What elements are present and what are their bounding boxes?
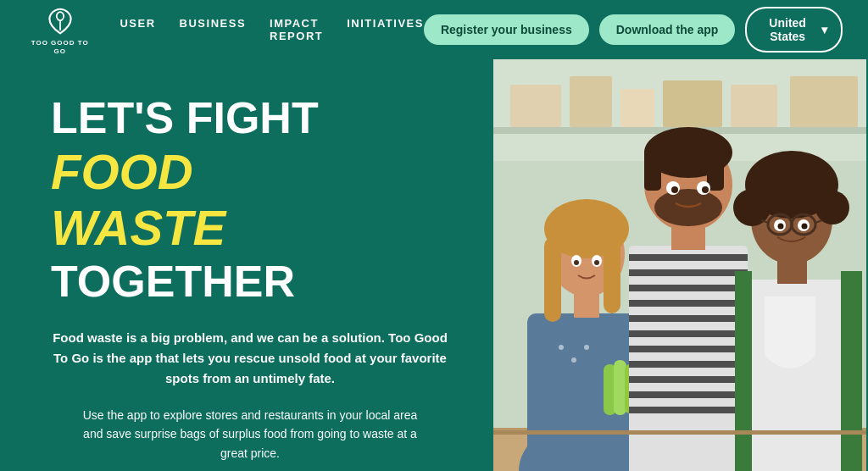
svg-rect-41 bbox=[629, 330, 748, 337]
main-content: LET'S FIGHT food waste TOGETHER Food was… bbox=[0, 59, 868, 471]
chevron-down-icon: ▾ bbox=[821, 23, 827, 36]
svg-point-30 bbox=[594, 260, 599, 265]
svg-rect-45 bbox=[629, 391, 748, 398]
nav-link-impact-report[interactable]: IMPACT REPORT bbox=[270, 17, 323, 42]
svg-rect-6 bbox=[663, 80, 722, 127]
hero-title-white-1: LET'S FIGHT bbox=[51, 93, 319, 142]
svg-point-67 bbox=[775, 165, 809, 199]
nav-actions: Register your business Download the app … bbox=[424, 7, 843, 53]
hero-title: LET'S FIGHT food waste TOGETHER bbox=[51, 93, 449, 308]
svg-rect-43 bbox=[629, 361, 748, 368]
navbar: TOO GOOD TO GO USER BUSINESS IMPACT REPO… bbox=[0, 0, 868, 59]
svg-rect-38 bbox=[629, 285, 748, 291]
svg-rect-58 bbox=[735, 271, 752, 471]
hero-panel: LET'S FIGHT food waste TOGETHER Food was… bbox=[0, 59, 492, 471]
svg-rect-4 bbox=[570, 76, 612, 127]
svg-point-55 bbox=[671, 186, 678, 193]
svg-rect-44 bbox=[629, 376, 748, 383]
svg-point-19 bbox=[559, 345, 564, 350]
download-app-button[interactable]: Download the app bbox=[599, 14, 736, 45]
svg-rect-36 bbox=[629, 254, 748, 261]
svg-point-75 bbox=[778, 224, 784, 230]
svg-rect-50 bbox=[644, 148, 661, 191]
nav-link-initiatives[interactable]: INITIATIVES bbox=[347, 17, 424, 42]
svg-point-66 bbox=[804, 175, 835, 206]
hero-image-panel bbox=[492, 59, 868, 471]
svg-rect-46 bbox=[629, 407, 748, 413]
svg-rect-35 bbox=[629, 246, 748, 471]
nav-link-business[interactable]: BUSINESS bbox=[180, 17, 246, 42]
hero-title-yellow-2: waste bbox=[51, 200, 225, 255]
svg-point-76 bbox=[802, 224, 808, 230]
logo[interactable]: TOO GOOD TO GO bbox=[25, 3, 94, 55]
hero-title-yellow-1: food bbox=[51, 144, 193, 199]
svg-rect-25 bbox=[544, 237, 561, 322]
svg-rect-33 bbox=[614, 360, 626, 415]
svg-rect-26 bbox=[604, 237, 620, 313]
nav-link-user[interactable]: USER bbox=[120, 17, 155, 42]
svg-rect-42 bbox=[629, 346, 748, 352]
register-business-button[interactable]: Register your business bbox=[424, 14, 589, 45]
svg-point-20 bbox=[571, 357, 576, 363]
svg-rect-51 bbox=[707, 148, 724, 191]
nav-links: USER BUSINESS IMPACT REPORT INITIATIVES bbox=[120, 17, 423, 42]
svg-rect-59 bbox=[841, 271, 862, 471]
brand-name: TOO GOOD TO GO bbox=[25, 39, 94, 55]
country-label: United States bbox=[760, 16, 815, 43]
svg-rect-8 bbox=[790, 76, 858, 127]
svg-point-29 bbox=[574, 260, 579, 265]
svg-rect-5 bbox=[620, 89, 654, 127]
hero-title-white-2: TOGETHER bbox=[51, 257, 295, 306]
svg-point-56 bbox=[702, 186, 709, 193]
svg-rect-7 bbox=[731, 85, 777, 127]
svg-rect-3 bbox=[510, 85, 561, 127]
country-selector-button[interactable]: United States ▾ bbox=[745, 7, 843, 53]
hero-description: Use the app to explore stores and restau… bbox=[81, 406, 420, 463]
svg-rect-77 bbox=[493, 430, 866, 435]
svg-rect-39 bbox=[629, 300, 748, 307]
svg-point-21 bbox=[584, 345, 589, 350]
svg-rect-37 bbox=[629, 269, 748, 276]
svg-rect-40 bbox=[629, 315, 748, 322]
hero-subtitle: Food waste is a big problem, and we can … bbox=[51, 328, 449, 389]
hero-image bbox=[492, 59, 868, 471]
